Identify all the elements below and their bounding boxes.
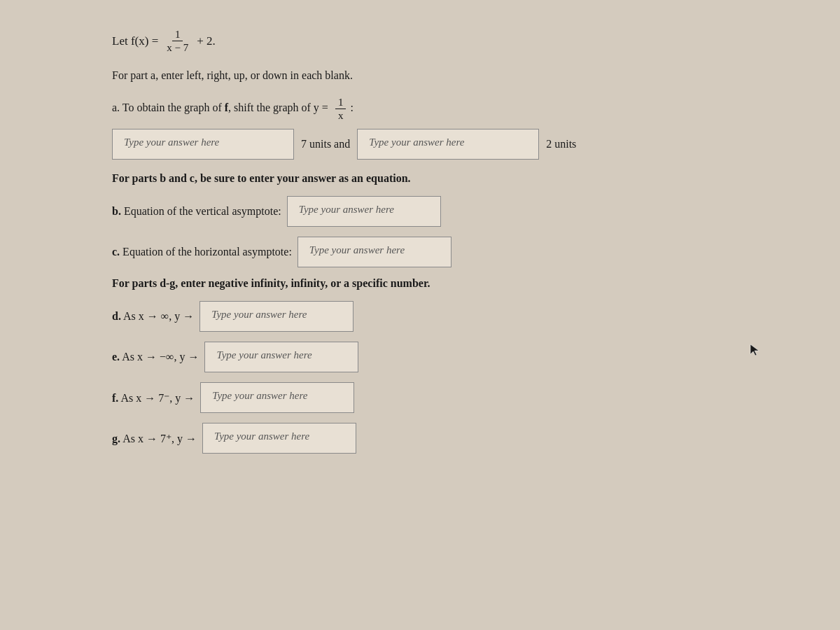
page-container: Let f(x) = 1 x − 7 + 2. For part a, ente…	[0, 0, 840, 630]
part-f-label: f. As x → 7⁻, y →	[112, 391, 195, 405]
part-f-section: f. As x → 7⁻, y → Type your answer here	[112, 382, 728, 413]
svg-marker-0	[750, 344, 759, 356]
mouse-cursor-icon	[749, 343, 763, 357]
part-c-label: c. Equation of the horizontal asymptote:	[112, 246, 292, 258]
part-b-label: b. Equation of the vertical asymptote:	[112, 205, 281, 218]
part-f-input[interactable]: Type your answer here	[200, 382, 354, 413]
function-suffix: + 2.	[197, 34, 216, 48]
part-a-fraction: 1 x	[335, 96, 346, 122]
part-a-suffix: 2 units	[546, 138, 576, 150]
part-dg-instruction: For parts d-g, enter negative infinity, …	[112, 277, 728, 290]
part-bc-instruction: For parts b and c, be sure to enter your…	[112, 172, 728, 185]
part-a-input-2[interactable]: Type your answer here	[357, 129, 539, 160]
part-d-input[interactable]: Type your answer here	[200, 301, 354, 332]
main-fraction: 1 x − 7	[164, 28, 191, 54]
part-b-input[interactable]: Type your answer here	[287, 196, 441, 227]
part-a-fraction-den: x	[335, 109, 346, 122]
main-fraction-denominator: x − 7	[164, 41, 191, 54]
part-g-section: g. As x → 7⁺, y → Type your answer here	[112, 423, 728, 454]
part-a-answer-row: Type your answer here 7 units and Type y…	[112, 129, 728, 160]
part-a-fraction-num: 1	[335, 96, 346, 109]
function-definition: Let f(x) = 1 x − 7 + 2.	[112, 28, 728, 54]
part-e-label: e. As x → −∞, y →	[112, 351, 199, 363]
part-g-input[interactable]: Type your answer here	[202, 423, 356, 454]
part-a-instruction: For part a, enter left, right, up, or do…	[112, 69, 728, 82]
part-a-input-1[interactable]: Type your answer here	[112, 129, 294, 160]
part-c-section: c. Equation of the horizontal asymptote:…	[112, 237, 728, 267]
part-a-section: a. To obtain the graph of f, shift the g…	[112, 96, 728, 160]
main-fraction-numerator: 1	[172, 28, 183, 41]
part-b-section: b. Equation of the vertical asymptote: T…	[112, 196, 728, 227]
part-d-section: d. As x → ∞, y → Type your answer here	[112, 301, 728, 332]
part-a-label: a. To obtain the graph of f, shift the g…	[112, 96, 728, 122]
function-prefix: Let f(x) =	[112, 34, 158, 48]
part-e-input[interactable]: Type your answer here	[204, 342, 358, 372]
part-c-input[interactable]: Type your answer here	[298, 237, 451, 267]
part-e-section: e. As x → −∞, y → Type your answer here	[112, 342, 728, 372]
part-d-label: d. As x → ∞, y →	[112, 310, 194, 323]
part-a-middle-text: 7 units and	[301, 138, 350, 150]
part-g-label: g. As x → 7⁺, y →	[112, 432, 197, 445]
